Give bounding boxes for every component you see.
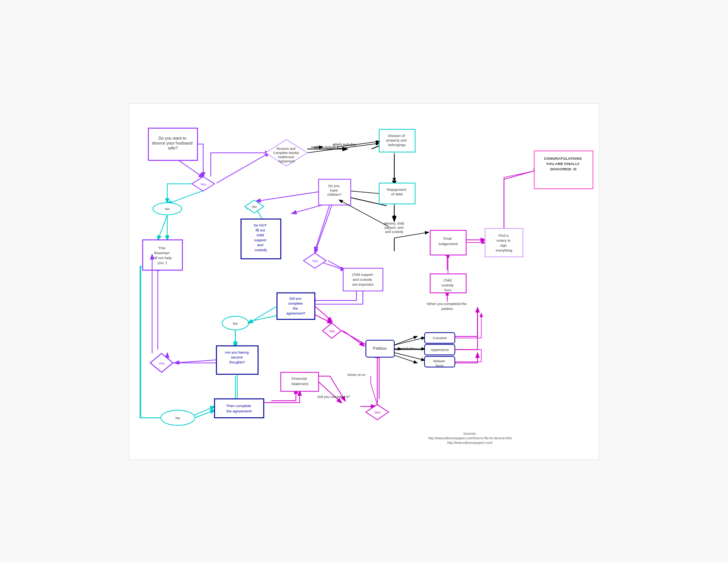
svg-line-1 [167, 191, 203, 204]
svg-line-3 [217, 153, 270, 183]
svg-text:Division of
    property and
 : Division of property and belongings [386, 134, 408, 147]
svg-text:Consent: Consent [433, 336, 447, 340]
svg-text:Yes: Yes [374, 410, 380, 414]
svg-line-2 [158, 215, 167, 240]
svg-text:Child support
    and custody
: Child support and custody are important [352, 272, 374, 286]
when-you-completed-label: When you completed the petition [427, 302, 468, 311]
alimony-text: alimony, child support, and and custody [384, 222, 405, 234]
svg-text:No: No [176, 416, 180, 420]
svg-line-0 [179, 160, 203, 178]
move-on-to-label: Move on to [348, 373, 366, 377]
svg-text:No: No [252, 204, 257, 209]
svg-text:Yes: Yes [158, 361, 165, 365]
find-notary-box [485, 228, 523, 257]
source2-text: http://www.edivorcepapers.com/ [447, 441, 493, 445]
svg-text:Yes: Yes [329, 329, 335, 333]
flowchart-canvas: Do you want to divorce your husband/ wif… [129, 103, 599, 460]
svg-text:Yes: Yes [200, 182, 206, 186]
svg-line-12 [315, 204, 330, 251]
source1-text: http://www.edivorcepapers.com/how-to-fil… [428, 436, 511, 440]
svg-text:Petition: Petition [373, 346, 387, 351]
svg-text:No: No [233, 321, 238, 326]
svg-text:No: No [165, 207, 170, 211]
then-complete-box [215, 399, 264, 418]
svg-line-53 [394, 338, 425, 345]
svg-text:Apperance: Apperance [430, 348, 449, 352]
svg-line-55 [394, 353, 425, 360]
includes-label: Includes [402, 346, 416, 351]
did-you-complete-it-label: Did you complete it? [317, 395, 350, 399]
svg-text:which includes: which includes [332, 142, 356, 146]
svg-text:Yes: Yes [312, 259, 318, 263]
sources-label: Sources: [463, 432, 477, 436]
